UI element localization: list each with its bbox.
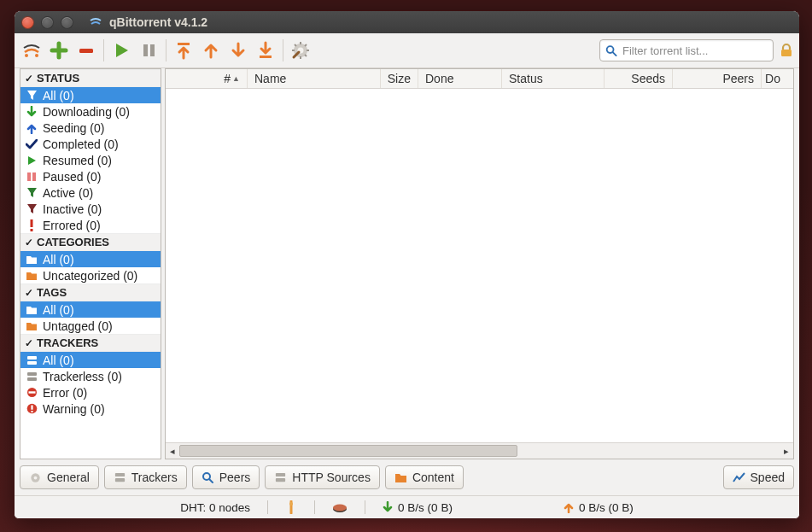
column-header[interactable]: Do xyxy=(762,69,787,88)
svg-rect-39 xyxy=(276,472,285,476)
sidebar-item[interactable]: Paused (0) xyxy=(20,168,161,184)
svg-point-0 xyxy=(25,54,28,57)
start-button[interactable] xyxy=(109,36,133,65)
svg-point-1 xyxy=(35,54,38,57)
speed-limit-icon[interactable] xyxy=(332,502,348,512)
sidebar-group-header[interactable]: ✓TAGS xyxy=(20,284,161,301)
sidebar-item[interactable]: Active (0) xyxy=(20,184,161,201)
tab-content[interactable]: Content xyxy=(385,465,464,489)
arrow-down-icon xyxy=(383,501,393,513)
svg-line-18 xyxy=(613,52,616,56)
table-header[interactable]: #▲NameSizeDoneStatusSeedsPeersDo xyxy=(166,69,793,89)
sidebar-item-label: Trackerless (0) xyxy=(43,370,122,383)
column-label: Peers xyxy=(722,72,754,85)
tab-peers[interactable]: Peers xyxy=(192,465,260,489)
download-speed[interactable]: 0 B/s (0 B) xyxy=(383,501,453,514)
filter-text[interactable] xyxy=(621,44,768,58)
tab-trackers[interactable]: Trackers xyxy=(104,465,187,489)
sidebar-item[interactable]: Resumed (0) xyxy=(20,152,161,168)
svg-rect-25 xyxy=(27,361,37,365)
chart-icon xyxy=(733,471,745,483)
move-bottom-button[interactable] xyxy=(254,36,277,65)
checkbox-icon: ✓ xyxy=(25,337,33,349)
funnel-green-icon xyxy=(26,187,38,199)
sidebar-item[interactable]: Warning (0) xyxy=(20,400,161,417)
svg-rect-40 xyxy=(276,477,285,481)
checkbox-icon: ✓ xyxy=(25,73,33,85)
svg-rect-27 xyxy=(27,377,37,381)
folder-orange-icon xyxy=(26,270,38,282)
sidebar-item[interactable]: All (0) xyxy=(20,352,161,368)
titlebar[interactable]: qBittorrent v4.1.2 xyxy=(15,11,799,33)
column-header[interactable]: Status xyxy=(502,69,605,88)
window-title: qBittorrent v4.1.2 xyxy=(109,15,207,29)
tab-speed[interactable]: Speed xyxy=(723,465,794,489)
column-label: Name xyxy=(254,72,286,85)
svg-rect-29 xyxy=(28,391,35,393)
minimize-icon[interactable] xyxy=(41,16,54,29)
remove-button[interactable] xyxy=(74,36,98,65)
sidebar-item[interactable]: Downloading (0) xyxy=(20,103,161,120)
sidebar-item[interactable]: All (0) xyxy=(20,251,161,267)
column-header[interactable]: Size xyxy=(381,69,418,88)
sidebar-item[interactable]: Uncategorized (0) xyxy=(20,267,161,284)
close-icon[interactable] xyxy=(21,16,34,29)
sidebar[interactable]: ✓STATUSAll (0)Downloading (0)Seeding (0)… xyxy=(20,68,161,459)
tab-http-sources[interactable]: HTTP Sources xyxy=(265,465,380,489)
svg-rect-32 xyxy=(31,411,32,412)
lock-icon[interactable] xyxy=(779,43,794,58)
column-header[interactable]: Peers xyxy=(673,69,762,88)
sidebar-item[interactable]: All (0) xyxy=(20,301,161,318)
maximize-icon[interactable] xyxy=(61,16,73,29)
svg-rect-5 xyxy=(178,43,190,45)
sidebar-item-label: All (0) xyxy=(43,89,74,102)
move-top-button[interactable] xyxy=(172,36,196,65)
move-up-button[interactable] xyxy=(199,36,223,65)
firewall-icon[interactable] xyxy=(285,500,297,514)
scroll-left-icon[interactable]: ◂ xyxy=(166,443,179,459)
scroll-thumb[interactable] xyxy=(179,445,517,457)
sidebar-item[interactable]: Completed (0) xyxy=(20,136,161,152)
sidebar-item[interactable]: Errored (0) xyxy=(20,217,161,233)
column-label: Size xyxy=(388,72,411,85)
arrow-down-green-icon xyxy=(26,106,38,118)
pause-button[interactable] xyxy=(137,36,161,65)
svg-rect-24 xyxy=(27,356,37,360)
svg-rect-35 xyxy=(115,472,125,476)
sidebar-item-label: Active (0) xyxy=(43,186,93,200)
scroll-right-icon[interactable]: ▸ xyxy=(780,443,793,459)
preferences-button[interactable] xyxy=(289,36,313,65)
move-down-button[interactable] xyxy=(226,36,250,65)
tab-speed-label: Speed xyxy=(751,471,785,484)
group-title: CATEGORIES xyxy=(37,236,109,248)
sidebar-group-header[interactable]: ✓STATUS xyxy=(20,69,161,87)
column-header[interactable]: Seeds xyxy=(605,69,673,88)
scroll-track[interactable] xyxy=(179,443,780,459)
sidebar-item[interactable]: Inactive (0) xyxy=(20,201,161,217)
svg-line-13 xyxy=(295,44,296,46)
sidebar-item[interactable]: Trackerless (0) xyxy=(20,368,161,384)
open-torrent-button[interactable] xyxy=(20,36,44,65)
arrow-up-icon xyxy=(564,501,574,513)
column-label: Seeds xyxy=(631,72,665,85)
add-button[interactable] xyxy=(47,36,71,65)
svg-line-38 xyxy=(209,479,213,482)
column-header[interactable]: Done xyxy=(418,69,502,88)
upload-speed[interactable]: 0 B/s (0 B) xyxy=(564,501,634,514)
check-navy-icon xyxy=(26,138,38,150)
column-header[interactable]: #▲ xyxy=(166,69,248,88)
sidebar-group-header[interactable]: ✓TRACKERS xyxy=(20,334,161,352)
table-body[interactable] xyxy=(166,89,793,442)
column-header[interactable]: Name xyxy=(248,69,381,88)
sidebar-item[interactable]: All (0) xyxy=(20,87,161,103)
sidebar-item[interactable]: Error (0) xyxy=(20,384,161,400)
sidebar-group-header[interactable]: ✓CATEGORIES xyxy=(20,233,161,251)
toolbar xyxy=(15,33,799,68)
group-title: STATUS xyxy=(37,72,79,85)
search-input[interactable] xyxy=(599,39,774,61)
sidebar-item[interactable]: Seeding (0) xyxy=(20,120,161,136)
sidebar-item[interactable]: Untagged (0) xyxy=(20,318,161,334)
tab-general[interactable]: General xyxy=(20,465,99,489)
bang-red-icon xyxy=(26,219,38,231)
horizontal-scrollbar[interactable]: ◂ ▸ xyxy=(166,442,793,459)
